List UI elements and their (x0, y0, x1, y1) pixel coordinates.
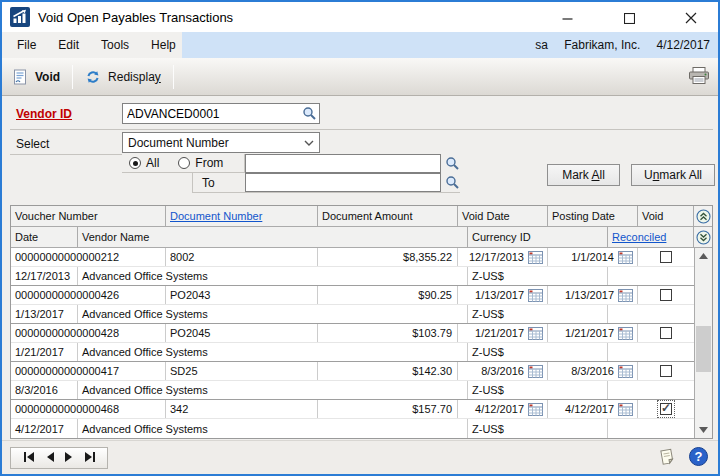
unmark-all-button[interactable]: Unmark All (631, 164, 715, 186)
calendar-icon[interactable] (528, 327, 543, 340)
cell-reconciled (608, 419, 694, 438)
expand-details-button[interactable] (694, 227, 712, 247)
void-checkbox[interactable] (660, 365, 672, 377)
lookup-magnifier-icon (302, 106, 317, 121)
divider-line (10, 154, 122, 155)
cell-reconciled (608, 343, 694, 361)
chevron-down-icon (304, 140, 314, 146)
posting-date-value: 1/13/2017 (565, 289, 614, 301)
table-row-detail[interactable]: 8/3/2016 Advanced Office Systems Z-US$ (11, 381, 696, 400)
vertical-scrollbar[interactable] (694, 248, 712, 438)
cell-void-checkbox (638, 286, 694, 304)
action-toolbar: Void Redisplay (2, 58, 718, 96)
select-type-dropdown[interactable]: Document Number (122, 132, 320, 153)
radio-all[interactable] (129, 157, 141, 169)
lookup-magnifier-icon (445, 156, 460, 171)
void-checkbox[interactable] (660, 327, 672, 339)
void-checkbox[interactable] (660, 403, 672, 415)
first-record-button[interactable] (23, 451, 35, 465)
calendar-icon[interactable] (528, 289, 543, 302)
calendar-icon[interactable] (528, 365, 543, 378)
posting-date-value: 1/1/2014 (571, 251, 614, 263)
select-label: Select (16, 137, 49, 151)
void-button[interactable]: Void (2, 62, 70, 92)
calendar-icon[interactable] (618, 403, 633, 416)
scrollbar-thumb[interactable] (696, 326, 711, 372)
scroll-down-button[interactable] (695, 422, 712, 438)
vendor-id-lookup-button[interactable] (302, 106, 319, 121)
menu-bar: File Edit Tools Help sa Fabrikam, Inc. 4… (2, 32, 718, 58)
radio-from[interactable] (178, 157, 190, 169)
header-date: Date (11, 227, 78, 247)
from-lookup-button[interactable] (443, 155, 461, 172)
redisplay-button[interactable]: Redisplay (75, 62, 171, 92)
calendar-icon[interactable] (618, 365, 633, 378)
minimize-button[interactable] (552, 11, 582, 25)
void-checkbox[interactable] (660, 251, 672, 263)
table-row[interactable]: 00000000000000212 8002 $8,355.22 12/17/2… (11, 248, 696, 267)
posting-date-value: 8/3/2016 (571, 365, 614, 377)
to-lookup-button[interactable] (443, 174, 461, 191)
header-reconciled-sort-link[interactable]: Reconciled (612, 231, 666, 243)
note-button[interactable] (658, 448, 676, 469)
radio-all-label: All (146, 156, 159, 170)
table-row[interactable]: 00000000000000428 PO2045 $103.79 1/21/20… (11, 324, 696, 343)
calendar-icon[interactable] (528, 403, 543, 416)
cell-currency-id: Z-US$ (468, 267, 608, 285)
maximize-button[interactable] (614, 11, 644, 25)
cell-document-number: 342 (166, 400, 318, 418)
table-row-detail[interactable]: 1/13/2017 Advanced Office Systems Z-US$ (11, 305, 696, 324)
cell-document-amount: $8,355.22 (318, 248, 458, 266)
table-row-detail[interactable]: 1/21/2017 Advanced Office Systems Z-US$ (11, 343, 696, 362)
cell-void-date: 1/13/2017 (458, 286, 548, 304)
calendar-icon[interactable] (618, 289, 633, 302)
select-type-value: Document Number (128, 136, 229, 150)
close-icon (685, 12, 697, 24)
cell-void-date: 8/3/2016 (458, 362, 548, 380)
table-row-detail[interactable]: 4/12/2017 Advanced Office Systems Z-US$ (11, 419, 696, 438)
cell-void-date: 12/17/2013 (458, 248, 548, 266)
calendar-icon[interactable] (618, 327, 633, 340)
header-document-number-sort-link[interactable]: Document Number (170, 210, 262, 222)
void-checkbox[interactable] (660, 289, 672, 301)
table-row[interactable]: 00000000000000426 PO2043 $90.25 1/13/201… (11, 286, 696, 305)
cell-document-amount: $157.70 (318, 400, 458, 418)
mark-all-button[interactable]: Mark All (547, 164, 620, 186)
system-date: 4/12/2017 (657, 38, 710, 52)
header-voucher-number: Voucher Number (11, 206, 166, 226)
void-date-value: 4/12/2017 (475, 403, 524, 415)
void-open-payables-window: Void Open Payables Transactions File Edi… (0, 0, 720, 476)
last-record-button[interactable] (84, 451, 96, 465)
cell-currency-id: Z-US$ (468, 381, 608, 399)
cell-document-amount: $90.25 (318, 286, 458, 304)
scroll-up-button[interactable] (695, 248, 712, 264)
cell-date: 12/17/2013 (11, 267, 78, 285)
table-row[interactable]: 00000000000000468 342 $157.70 4/12/2017 … (11, 400, 696, 419)
range-radio-group: All From (122, 154, 245, 173)
next-record-button[interactable] (65, 451, 73, 465)
close-button[interactable] (676, 11, 706, 25)
menu-help[interactable]: Help (140, 32, 187, 58)
maximize-icon (624, 13, 635, 24)
collapse-details-button[interactable] (694, 206, 712, 226)
table-row[interactable]: 00000000000000417 SD25 $142.30 8/3/2016 … (11, 362, 696, 381)
menu-edit[interactable]: Edit (47, 32, 90, 58)
title-bar[interactable]: Void Open Payables Transactions (2, 2, 718, 32)
menu-file[interactable]: File (6, 32, 47, 58)
calendar-icon[interactable] (528, 251, 543, 264)
previous-record-button[interactable] (46, 451, 54, 465)
to-input[interactable] (246, 174, 440, 191)
vendor-id-prompt[interactable]: Vendor ID (16, 107, 72, 121)
from-input[interactable] (246, 155, 440, 172)
from-field (245, 154, 441, 173)
table-row-detail[interactable]: 12/17/2013 Advanced Office Systems Z-US$ (11, 267, 696, 286)
help-button[interactable]: ? (689, 447, 708, 466)
print-button[interactable] (688, 66, 710, 89)
redisplay-refresh-icon (85, 69, 101, 85)
vendor-id-input[interactable] (123, 104, 302, 123)
calendar-icon[interactable] (618, 251, 633, 264)
company-name: Fabrikam, Inc. (564, 38, 640, 52)
posting-date-value: 4/12/2017 (565, 403, 614, 415)
menu-tools[interactable]: Tools (90, 32, 140, 58)
cell-date: 1/21/2017 (11, 343, 78, 361)
